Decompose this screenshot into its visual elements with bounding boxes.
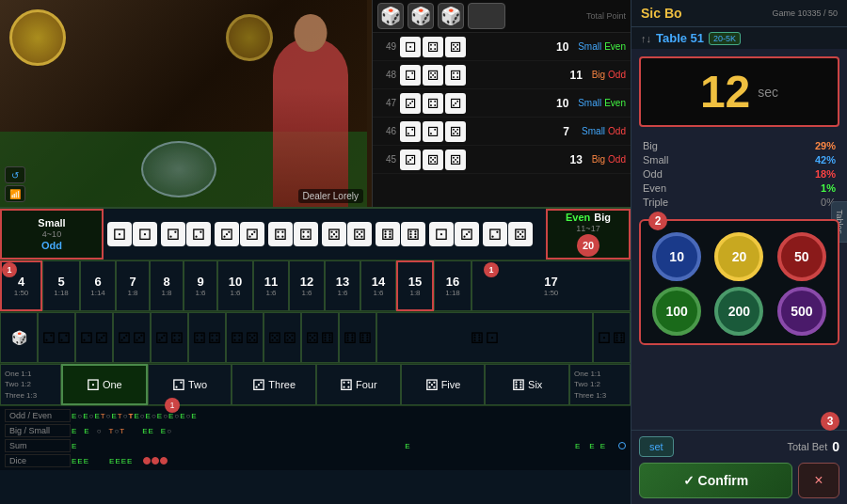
num-cell-13[interactable]: 13 1:6 [325,260,360,311]
even-stat-row: Even 1% [643,182,836,194]
num-cell-12[interactable]: 12 1:6 [289,260,325,311]
dice-combo-15[interactable]: ⚂⚃ [151,312,188,363]
num-cell-10[interactable]: 10 1:6 [217,260,253,311]
one-ratio-left: One 1:1 Two 1:2 Three 1:3 [0,364,61,405]
dice-triple-2[interactable]: ⚂ [240,222,264,246]
odd-stat-label: Odd [643,168,663,180]
refresh-icon[interactable]: ↺ [5,166,25,183]
num-cell-9[interactable]: 9 1:6 [184,260,217,311]
one-cell-three[interactable]: ⚂ Three [232,364,316,405]
dice-combo-12[interactable]: ⚁⚁ [38,312,75,363]
odd-label: Odd [41,240,62,251]
history-tags-5: Big Odd [592,154,626,165]
timer-unit: sec [758,85,778,100]
chip-10[interactable]: 10 [652,232,701,281]
right-panel: Tables Sic Bo Game 10335 / 50 ↑↓ Table 5… [631,0,847,504]
bet-range-badge: 20-5K [709,32,741,45]
dice-combo-r2[interactable]: ⚀⚅ [593,312,631,363]
small-label: Small [38,217,65,228]
dice-mix-4[interactable]: ⚄ [508,222,533,246]
even-stat-value: 1% [821,182,836,194]
dice-mix-3[interactable]: ⚁ [483,222,507,246]
small-stat-value: 42% [815,154,836,165]
dice-combo-17[interactable]: ⚃⚄ [226,312,264,363]
gong-decoration [9,9,66,66]
four-label: Four [356,379,377,390]
chip-50[interactable]: 50 [777,232,826,281]
dice-double-1[interactable]: ⚁ [161,222,185,246]
dice-combo-right[interactable]: ⚅⚀ [376,312,593,363]
dice-single-2[interactable]: ⚀ [133,222,157,246]
dice-combo-16[interactable]: ⚃⚃ [188,312,226,363]
one-ratio-right: One 1:1 Two 1:2 Three 1:3 [569,364,631,405]
small-odd-cell[interactable]: Small 4~10 Odd [0,209,104,260]
history-row-2: 48 ⚁ ⚄ ⚃ 11 Big Odd [373,61,631,89]
dice-six-2[interactable]: ⚅ [401,222,425,246]
dice-five-1[interactable]: ⚄ [322,222,346,246]
dice-five-2[interactable]: ⚄ [347,222,372,246]
big-stat-value: 29% [815,140,836,151]
set-button[interactable]: set [639,436,674,457]
num-cell-7[interactable]: 7 1:8 [116,260,150,311]
dice-combo-row: 🎲 ⚁⚁ ⚁⚂ ⚂⚂ ⚂⚃ ⚃⚃ ⚃⚄ ⚄⚄ ⚄⚅ ⚅⚅ ⚅⚀ ⚀⚅ [0,312,631,364]
total-bet-value: 0 [832,439,839,454]
dice-combos-area: ⚀ ⚀ ⚁ ⚁ ⚂ ⚂ ⚃ ⚃ ⚄ ⚄ ⚅ ⚅ ⚀ ⚂ [104,209,546,260]
num-cell-14[interactable]: 14 1:6 [360,260,396,311]
num-cell-6[interactable]: 6 1:14 [80,260,116,311]
num-cell-11[interactable]: 11 1:6 [253,260,289,311]
num-cell-5[interactable]: 5 1:18 [42,260,80,311]
total-bet-area: Total Bet 0 [787,439,839,454]
action-row: ✓ Confirm × [639,463,839,498]
confirm-button[interactable]: ✓ Confirm [639,463,792,498]
dice-mix-1[interactable]: ⚀ [429,222,454,246]
total-bet-label: Total Bet [787,441,827,452]
chip-100[interactable]: 100 [652,287,701,336]
chip-20[interactable]: 20 [714,232,763,281]
one-cell-four[interactable]: ⚃ Four [316,364,401,405]
history-tags-1: Small Even [578,41,626,52]
one-label: One [103,379,122,390]
dice-four-2[interactable]: ⚃ [294,222,318,246]
even-big-cell[interactable]: Even Big 11~17 20 [546,209,631,260]
one-cell-six[interactable]: ⚅ Six [485,364,569,405]
one-cell-five[interactable]: ⚄ Five [401,364,486,405]
small-stat-row: Small 42% [643,154,836,165]
dice-display-2: 🎲 [408,3,434,29]
history-row-5: 45 ⚂ ⚄ ⚄ 13 Big Odd [373,146,631,174]
small-range: 4~10 [42,229,61,239]
num-cell-15[interactable]: 15 1:8 [396,260,434,311]
big-range: 11~17 [576,224,599,233]
dice-double-2[interactable]: ⚁ [186,222,211,246]
dice-combo-13[interactable]: ⚁⚂ [75,312,113,363]
dice-combo-18[interactable]: ⚄⚄ [264,312,301,363]
dice-combo-11[interactable]: 🎲 [0,312,38,363]
dice-six-1[interactable]: ⚅ [376,222,400,246]
bottom-area: 3 set Total Bet 0 ✓ Confirm × [631,430,847,504]
table-info-row: ↑↓ Table 51 20-5K [631,27,847,49]
one-cell-one[interactable]: ⚀ One [61,364,148,405]
wifi-icon[interactable]: 📶 [5,185,25,202]
dice-triple-1[interactable]: ⚂ [215,222,239,246]
one-cell-two[interactable]: ⚁ Two [148,364,232,405]
num-cell-8[interactable]: 8 1:8 [150,260,184,311]
pointer-badge: 1 [165,398,180,413]
dice-display-1: 🎲 [377,3,404,29]
dice-mix-2[interactable]: ⚂ [455,222,479,246]
dice-combo-19[interactable]: ⚄⚅ [301,312,339,363]
num-cell-16[interactable]: 16 1:18 [434,260,471,311]
bottom-area-badge: 3 [821,412,839,431]
odd-even-dots: Odd / Even E ○ E ○ E T ○ E T ○ T E ○ E ○… [5,408,626,423]
chip-500[interactable]: 500 [777,287,826,336]
stats-area: Big 29% Small 42% Odd 18% Even 1% Triple… [631,134,847,213]
big-stat-label: Big [643,140,658,151]
dice-combo-110[interactable]: ⚅⚅ [339,312,376,363]
number-badge-right: 1 [484,262,499,277]
history-tags-3: Small Even [578,98,626,108]
chip-200[interactable]: 200 [714,287,763,336]
three-label: Three [268,379,296,390]
cancel-button[interactable]: × [798,463,839,498]
dice-combo-14[interactable]: ⚂⚂ [113,312,151,363]
history-tags-4: Small Odd [582,126,626,136]
dice-single-1[interactable]: ⚀ [107,222,132,246]
dice-four-1[interactable]: ⚃ [268,222,293,246]
